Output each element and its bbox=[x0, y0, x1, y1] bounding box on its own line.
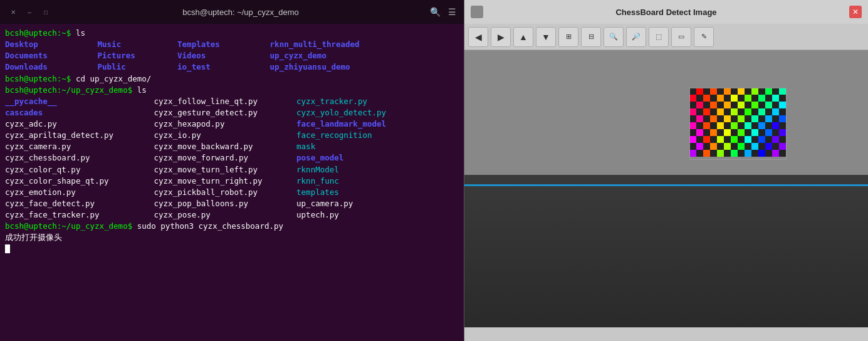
terminal-title: bcsh@uptech: ~/up_cyzx_demo bbox=[51, 8, 430, 17]
chess-toolbar: ◀ ▶ ▲ ▼ ⊞ ⊟ 🔍 🔎 ⬚ ▭ ✎ bbox=[464, 24, 868, 50]
nav-forward-btn[interactable]: ▶ bbox=[491, 27, 511, 47]
svg-rect-18 bbox=[717, 95, 724, 102]
dir-item: up_zhiyuansu_demo bbox=[270, 62, 350, 71]
grid-view-btn[interactable]: ⊞ bbox=[558, 27, 578, 47]
svg-rect-117 bbox=[724, 143, 731, 150]
svg-rect-21 bbox=[738, 95, 745, 102]
chess-panel: ChessBoard Detect Image ✕ ◀ ▶ ▲ ▼ ⊞ ⊟ 🔍 … bbox=[464, 0, 868, 341]
svg-rect-51 bbox=[751, 108, 758, 115]
svg-rect-81 bbox=[765, 122, 772, 129]
file-item: rknnModel bbox=[296, 165, 339, 174]
svg-rect-5 bbox=[724, 88, 731, 95]
file-item: uptech.py bbox=[296, 210, 339, 219]
cmd-text: ls bbox=[76, 28, 85, 38]
svg-rect-115 bbox=[710, 143, 717, 150]
svg-rect-104 bbox=[731, 136, 738, 143]
chess-titlebar: ChessBoard Detect Image ✕ bbox=[464, 0, 868, 24]
zoom-out-btn[interactable]: 🔎 bbox=[626, 27, 646, 47]
file-item: cyzx_move_backward.py bbox=[154, 141, 292, 152]
nav-down-btn[interactable]: ▼ bbox=[536, 27, 556, 47]
file-item: templates bbox=[296, 187, 339, 197]
window-btn[interactable]: ▭ bbox=[671, 27, 691, 47]
file-item: cyzx_adc.py bbox=[5, 118, 149, 130]
svg-rect-102 bbox=[717, 136, 724, 143]
svg-rect-101 bbox=[710, 136, 717, 143]
svg-rect-41 bbox=[779, 102, 787, 108]
svg-rect-130 bbox=[717, 150, 724, 157]
svg-rect-80 bbox=[758, 122, 765, 129]
file-item: cyzx_gesture_detect.py bbox=[154, 107, 292, 118]
edit-btn[interactable]: ✎ bbox=[694, 27, 714, 47]
cmd-text: cd up_cyzx_demo/ bbox=[76, 74, 151, 83]
svg-rect-92 bbox=[745, 129, 751, 136]
svg-rect-134 bbox=[745, 150, 751, 157]
svg-rect-127 bbox=[696, 150, 703, 157]
svg-rect-65 bbox=[751, 115, 758, 122]
svg-rect-88 bbox=[717, 129, 724, 136]
zoom-in-btn[interactable]: 🔍 bbox=[604, 27, 624, 47]
grid2-view-btn[interactable]: ⊟ bbox=[581, 27, 601, 47]
floor-line bbox=[464, 184, 868, 186]
svg-rect-111 bbox=[779, 136, 787, 143]
terminal-search-btn[interactable]: 🔍 bbox=[430, 7, 441, 17]
fit-btn[interactable]: ⬚ bbox=[649, 27, 669, 47]
terminal-close-btn[interactable]: ✕ bbox=[8, 6, 19, 18]
file-item: cyzx_move_turn_left.py bbox=[154, 164, 292, 176]
prompt: bcsh@uptech:~/up_cyzx_demo$ bbox=[5, 85, 137, 95]
terminal-maximize-btn[interactable]: □ bbox=[40, 6, 51, 18]
svg-rect-110 bbox=[772, 136, 779, 143]
nav-back-btn[interactable]: ◀ bbox=[468, 27, 488, 47]
dir-item: Templates bbox=[177, 39, 265, 50]
svg-rect-108 bbox=[758, 136, 765, 143]
svg-rect-13 bbox=[779, 88, 787, 95]
svg-rect-69 bbox=[779, 115, 787, 122]
terminal-line: cyzx_color_shape_qt.py cyzx_move_turn_ri… bbox=[5, 176, 459, 187]
svg-rect-114 bbox=[703, 143, 710, 150]
svg-rect-57 bbox=[696, 115, 703, 122]
prompt: bcsh@uptech:~$ bbox=[5, 28, 76, 38]
nav-up-btn[interactable]: ▲ bbox=[513, 27, 533, 47]
svg-rect-55 bbox=[779, 108, 787, 115]
chess-close-btn[interactable]: ✕ bbox=[849, 6, 862, 18]
svg-rect-32 bbox=[717, 102, 724, 108]
svg-rect-52 bbox=[758, 108, 765, 115]
svg-rect-86 bbox=[703, 129, 710, 136]
dir-item: Videos bbox=[177, 50, 265, 61]
svg-rect-54 bbox=[772, 108, 779, 115]
dir-item: cascades bbox=[5, 107, 149, 118]
svg-rect-120 bbox=[745, 143, 751, 150]
svg-rect-1 bbox=[696, 88, 703, 95]
svg-rect-40 bbox=[772, 102, 779, 108]
terminal-line: cyzx_chessboard.py cyzx_move_forward.py … bbox=[5, 152, 459, 164]
file-item: cyzx_face_detect.py bbox=[5, 198, 149, 209]
file-item: cyzx_face_tracker.py bbox=[5, 209, 149, 221]
terminal-line: bcsh@uptech:~/up_cyzx_demo$ ls bbox=[5, 85, 459, 96]
svg-rect-34 bbox=[731, 102, 738, 108]
terminal-minimize-btn[interactable]: – bbox=[24, 6, 35, 18]
file-item: cyzx_emotion.py bbox=[5, 187, 149, 198]
svg-rect-49 bbox=[738, 108, 745, 115]
svg-rect-135 bbox=[751, 150, 758, 157]
terminal-line: cyzx_face_tracker.py cyzx_pose.py uptech… bbox=[5, 209, 459, 221]
chess-image-area bbox=[464, 50, 868, 327]
svg-rect-85 bbox=[696, 129, 703, 136]
svg-rect-75 bbox=[724, 122, 731, 129]
svg-rect-138 bbox=[772, 150, 779, 157]
svg-rect-50 bbox=[745, 108, 751, 115]
dir-item: Documents bbox=[5, 50, 93, 61]
file-item: cyzx_tracker.py bbox=[296, 97, 367, 106]
file-item: cyzx_pop_balloons.py bbox=[154, 198, 292, 209]
svg-rect-66 bbox=[758, 115, 765, 122]
window-controls: ✕ – □ bbox=[8, 6, 51, 18]
terminal-menu-btn[interactable]: ☰ bbox=[448, 7, 456, 17]
svg-rect-99 bbox=[696, 136, 703, 143]
terminal-line: cyzx_face_detect.py cyzx_pop_balloons.py… bbox=[5, 198, 459, 209]
file-item: cyzx_apriltag_detect.py bbox=[5, 130, 149, 141]
terminal-body[interactable]: bcsh@uptech:~$ ls Desktop Music Template… bbox=[0, 24, 464, 341]
svg-rect-106 bbox=[745, 136, 751, 143]
svg-rect-122 bbox=[758, 143, 765, 150]
svg-rect-70 bbox=[689, 122, 696, 129]
svg-rect-78 bbox=[745, 122, 751, 129]
svg-rect-38 bbox=[758, 102, 765, 108]
file-item: rknn_func bbox=[296, 176, 339, 186]
